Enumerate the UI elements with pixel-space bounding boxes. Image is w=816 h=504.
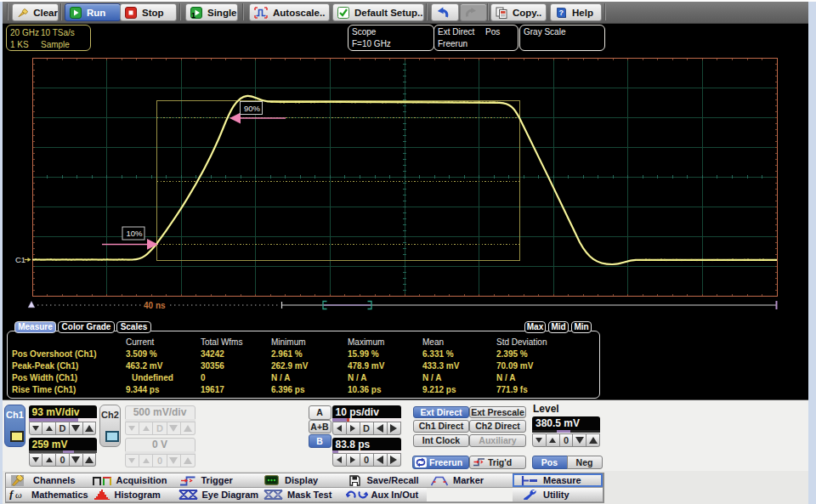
svg-text:90%: 90% (244, 104, 261, 113)
svg-text:ω: ω (15, 490, 22, 500)
svg-text:f: f (9, 489, 14, 500)
svg-text:10%: 10% (127, 229, 144, 238)
svg-text:C1: C1 (15, 255, 26, 264)
svg-text:40 ns: 40 ns (144, 301, 166, 310)
